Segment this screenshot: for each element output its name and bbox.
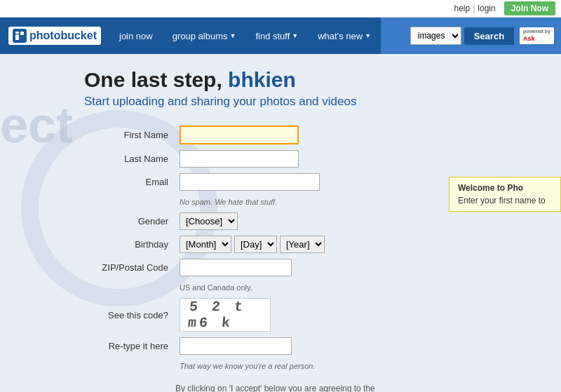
birthday-month-select[interactable]: [Month] — [180, 236, 231, 253]
captcha-image: 5 2 t m6 k — [180, 298, 271, 332]
birthday-row: Birthday [Month] [Day] [Year] — [84, 233, 329, 256]
chevron-down-icon: ▼ — [292, 32, 298, 39]
search-button[interactable]: Search — [464, 27, 514, 45]
captcha-text: 5 2 t m6 k — [187, 299, 263, 331]
username: bhkien — [228, 68, 296, 91]
separator: | — [473, 4, 475, 13]
last-name-row: Last Name — [84, 147, 329, 170]
search-area: images Search powered by Ask — [381, 18, 561, 54]
terms-prefix: By clicking on 'I accept' below you are … — [175, 384, 375, 392]
spam-note-row: No spam. We hate that stuff. — [84, 194, 329, 210]
zip-input[interactable] — [180, 259, 292, 276]
first-name-label: First Name — [84, 123, 175, 147]
logo-area: photobucket — [0, 18, 109, 54]
tooltip-box: Welcome to Pho Enter your first name to — [449, 177, 561, 212]
main-content: lect emories for Welcome to Pho Enter yo… — [0, 54, 561, 392]
search-type-select[interactable]: images — [410, 27, 461, 45]
ask-label: Ask — [523, 35, 535, 42]
page-subtitle: Start uploading and sharing your photos … — [84, 95, 533, 109]
registration-form: First Name Last Name Email — [84, 123, 533, 392]
nav-whats-new[interactable]: what's new ▼ — [308, 18, 381, 54]
join-now-top-button[interactable]: Join Now — [504, 1, 555, 15]
email-input[interactable] — [180, 173, 320, 191]
ask-logo: powered by Ask — [520, 27, 554, 43]
retype-note-row: That way we know you're a real person. — [84, 358, 329, 374]
tooltip-body: Enter your first name to — [458, 196, 552, 205]
chevron-down-icon: ▼ — [365, 32, 371, 39]
gender-label: Gender — [84, 210, 175, 233]
retype-row: Re-type it here — [84, 334, 329, 358]
logo-box[interactable]: photobucket — [8, 27, 101, 45]
birthday-year-select[interactable]: [Year] — [280, 236, 325, 253]
svg-rect-3 — [20, 32, 24, 35]
svg-rect-2 — [15, 32, 19, 34]
title-prefix: One last step, — [84, 68, 222, 91]
us-canada-note: US and Canada only. — [180, 283, 252, 292]
email-row: Email — [84, 170, 329, 194]
logo-text: photobucket — [29, 29, 97, 42]
last-name-input[interactable] — [180, 150, 299, 168]
nav-group-albums[interactable]: group albums ▼ — [163, 18, 246, 54]
nav-join-now[interactable]: join now — [109, 18, 163, 54]
gender-row: Gender [Choose] Male Female — [84, 210, 329, 233]
ask-powered-text: powered by — [523, 29, 550, 34]
tooltip-title: Welcome to Pho — [458, 183, 552, 193]
captcha-row: See this code? 5 2 t m6 k — [84, 295, 329, 334]
content-area: One last step, bhkien Start uploading an… — [0, 54, 561, 392]
login-link[interactable]: login — [478, 4, 495, 13]
gender-select[interactable]: [Choose] Male Female — [180, 212, 238, 230]
chevron-down-icon: ▼ — [229, 32, 236, 39]
email-label: Email — [84, 170, 175, 194]
nav-bar: photobucket join now group albums ▼ find… — [0, 18, 561, 54]
birthday-day-select[interactable]: [Day] — [234, 236, 277, 253]
retype-label: Re-type it here — [84, 334, 175, 358]
captcha-label: See this code? — [84, 295, 175, 334]
birthday-label: Birthday — [84, 233, 175, 256]
zip-label: ZIP/Postal Code — [84, 256, 175, 279]
terms-section: By clicking on 'I accept' below you are … — [84, 384, 533, 392]
last-name-label: Last Name — [84, 147, 175, 170]
help-link[interactable]: help — [454, 4, 470, 13]
top-bar: help | login Join Now — [0, 0, 561, 18]
zip-row: ZIP/Postal Code — [84, 256, 329, 279]
nav-links: join now group albums ▼ find stuff ▼ wha… — [109, 18, 381, 54]
zip-note-row: US and Canada only. — [84, 279, 329, 295]
search-wrapper: images Search powered by Ask — [410, 27, 554, 45]
spam-note: No spam. We hate that stuff. — [180, 198, 277, 206]
nav-find-stuff[interactable]: find stuff ▼ — [245, 18, 308, 54]
form-table: First Name Last Name Email — [84, 123, 329, 374]
retype-input[interactable] — [180, 337, 292, 355]
first-name-row: First Name — [84, 123, 329, 147]
birthday-selects: [Month] [Day] [Year] — [180, 236, 325, 253]
real-person-note: That way we know you're a real person. — [180, 362, 315, 370]
logo-icon — [13, 29, 27, 43]
first-name-input[interactable] — [180, 126, 299, 144]
svg-rect-1 — [15, 34, 19, 40]
page-title: One last step, bhkien — [84, 68, 533, 92]
